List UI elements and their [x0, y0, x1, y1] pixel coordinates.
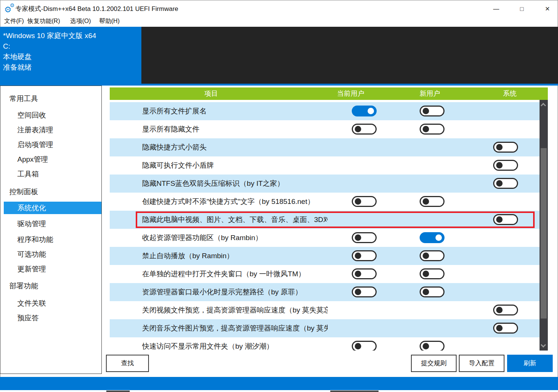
submit-rule-button[interactable]: 提交规则: [411, 355, 457, 372]
sidebar-item-Appx管理[interactable]: Appx管理: [17, 153, 48, 165]
toggle-knob: [423, 289, 429, 295]
toggle-knob: [355, 289, 361, 295]
table-row: 显示所有文件扩展名: [110, 102, 541, 120]
sidebar-item-系统优化[interactable]: 系统优化: [4, 202, 101, 214]
gears-app-icon: ⚙ ⚙: [4, 3, 15, 14]
column-header: 系统: [503, 87, 517, 100]
toggle-current-user[interactable]: [352, 250, 377, 261]
vertical-scrollbar[interactable]: [540, 100, 548, 351]
refresh-button[interactable]: 刷新: [507, 355, 553, 372]
setting-label: 显示所有文件扩展名: [142, 102, 328, 120]
toggle-system[interactable]: [493, 323, 518, 334]
sidebar-item-驱动管理[interactable]: 驱动管理: [17, 217, 46, 230]
toggle-knob: [496, 307, 503, 313]
sidebar-item-启动项管理[interactable]: 启动项管理: [17, 138, 53, 151]
menu-item[interactable]: 帮助(H): [99, 17, 120, 25]
table-row: 资源管理器窗口最小化时显示完整路径（by 原罪）: [110, 283, 541, 301]
toggle-current-user[interactable]: [352, 286, 377, 297]
sidebar-item-预应答[interactable]: 预应答: [17, 312, 39, 324]
menu-item[interactable]: 文件(F): [4, 17, 24, 25]
setting-label: 隐藏快捷方式小箭头: [142, 138, 328, 156]
toggle-new-user[interactable]: [420, 124, 445, 135]
toggle-system[interactable]: [493, 142, 518, 153]
sidebar-section-常用工具: 常用工具: [9, 92, 38, 105]
menu-item[interactable]: 恢复功能(R): [28, 17, 60, 25]
toggle-new-user[interactable]: [420, 196, 445, 207]
target-image-panel[interactable]: *Windows 10 家庭中文版 x64C:本地硬盘准备就绪: [0, 27, 141, 86]
import-config-button[interactable]: 导入配置: [459, 355, 504, 372]
setting-label: 创建快捷方式时不添"快捷方式"文字（by 518516.net）: [142, 193, 328, 211]
scrollbar-thumb[interactable]: [541, 148, 547, 318]
status-bar: [0, 377, 558, 390]
toggle-knob: [355, 271, 361, 277]
sidebar: 常用工具空间回收注册表清理启动项管理Appx管理工具箱控制面板系统优化驱动管理程…: [0, 86, 102, 374]
toggle-new-user[interactable]: [420, 232, 445, 243]
sidebar-item-更新管理[interactable]: 更新管理: [17, 263, 46, 275]
setting-label: 显示所有隐藏文件: [142, 120, 328, 138]
sidebar-section-部署功能: 部署功能: [9, 280, 38, 292]
toggle-knob: [355, 126, 361, 132]
scroll-up-icon[interactable]: [541, 103, 546, 108]
column-header: 当前用户: [337, 87, 364, 100]
toggle-current-user[interactable]: [352, 106, 377, 116]
toggle-knob: [423, 198, 429, 205]
target-panel-line: C:: [3, 41, 141, 52]
setting-label: 关闭视频文件预览，提高资源管理器响应速度（by 莫失莫忘）: [142, 301, 328, 319]
table-row: 隐藏NTFS蓝色双箭头压缩标识（by IT之家）: [110, 175, 541, 193]
menu-item[interactable]: 选项(O): [70, 17, 91, 25]
toggle-knob: [496, 162, 503, 168]
toggle-current-user[interactable]: [352, 341, 377, 351]
header-band: *Windows 10 家庭中文版 x64C:本地硬盘准备就绪: [0, 27, 558, 86]
table-row: 创建快捷方式时不添"快捷方式"文字（by 518516.net）: [110, 193, 541, 211]
setting-label: 隐藏NTFS蓝色双箭头压缩标识（by IT之家）: [142, 175, 328, 193]
sidebar-item-可选功能[interactable]: 可选功能: [17, 248, 46, 260]
toggle-new-user[interactable]: [420, 106, 445, 116]
sidebar-item-程序和功能[interactable]: 程序和功能: [17, 233, 53, 246]
gear-icon: ⚙: [10, 3, 15, 8]
sidebar-item-注册表清理[interactable]: 注册表清理: [17, 124, 53, 136]
toggle-system[interactable]: [493, 305, 518, 315]
sidebar-section-控制面板: 控制面板: [9, 185, 38, 198]
toggle-current-user[interactable]: [352, 196, 377, 207]
toggle-knob: [423, 271, 429, 277]
toggle-current-user[interactable]: [352, 124, 377, 135]
toggle-current-user[interactable]: [352, 268, 377, 279]
setting-label: 隐藏此电脑中视频、图片、文档、下载、音乐、桌面、3D对象: [142, 211, 328, 229]
image-list-empty-area: [141, 27, 558, 84]
toggle-system[interactable]: [493, 160, 518, 171]
toggle-new-user[interactable]: [420, 268, 445, 279]
table-row: 隐藏快捷方式小箭头: [110, 138, 541, 156]
toggle-system[interactable]: [493, 178, 518, 189]
table-row: 在单独的进程中打开文件夹窗口（by 一叶微风TM）: [110, 265, 541, 283]
toggle-knob: [435, 234, 442, 241]
toggle-system[interactable]: [493, 214, 518, 225]
find-button[interactable]: 查找: [106, 355, 149, 372]
table-row: 隐藏此电脑中视频、图片、文档、下载、音乐、桌面、3D对象: [110, 211, 541, 229]
table-row: 显示所有隐藏文件: [110, 120, 541, 138]
close-button[interactable]: ✕: [539, 4, 556, 14]
toggle-new-user[interactable]: [420, 286, 445, 297]
toggle-knob: [496, 325, 503, 331]
app-window: ⚙ ⚙ 专家模式-Dism++x64 Beta 10.1.2002.101 UE…: [0, 0, 558, 392]
toggle-knob: [423, 343, 429, 349]
scroll-down-icon[interactable]: [541, 342, 546, 348]
table-row: 隐藏可执行文件小盾牌: [110, 156, 541, 175]
column-header: 项目: [204, 87, 218, 100]
setting-label: 禁止自动播放（by Rambin）: [142, 247, 328, 265]
target-panel-line: *Windows 10 家庭中文版 x64: [3, 31, 141, 41]
toggle-current-user[interactable]: [352, 232, 377, 243]
toggle-knob: [423, 126, 429, 132]
toggle-knob: [355, 198, 361, 205]
toggle-new-user[interactable]: [420, 250, 445, 261]
toggle-knob: [355, 234, 361, 241]
toggle-new-user[interactable]: [420, 341, 445, 351]
clipped-text-fragment: [106, 390, 130, 392]
sidebar-item-空间回收[interactable]: 空间回收: [17, 109, 46, 121]
maximize-button[interactable]: □: [513, 4, 530, 14]
toggle-knob: [423, 108, 429, 114]
sidebar-item-工具箱[interactable]: 工具箱: [17, 168, 39, 180]
sidebar-item-文件关联[interactable]: 文件关联: [17, 297, 46, 309]
title-bar: ⚙ ⚙ 专家模式-Dism++x64 Beta 10.1.2002.101 UE…: [0, 0, 558, 17]
setting-label: 收起资源管理器功能区（by Rambin）: [142, 229, 328, 247]
minimize-button[interactable]: —: [487, 4, 505, 14]
